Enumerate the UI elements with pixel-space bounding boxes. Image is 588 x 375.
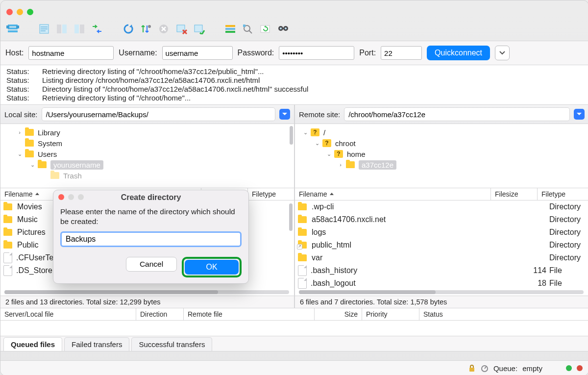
traffic-light-close-icon[interactable] [6,9,13,15]
col-filename[interactable]: Filename [295,188,491,200]
toggle-transfer-queue-icon[interactable] [90,23,104,35]
activity-indicator-1-icon [566,365,572,371]
remote-site-dropdown-icon[interactable] [574,109,585,120]
svg-rect-26 [282,28,284,29]
scrollbar-thumb[interactable] [289,203,293,231]
folder-icon [298,216,307,223]
col-direction[interactable]: Direction [136,308,184,320]
col-priority[interactable]: Priority [362,308,419,320]
folder-icon [25,150,34,157]
remote-tree[interactable]: ⌄?/ ⌄?chroot ⌄?home ›a37cc12e [295,124,588,188]
quickconnect-history-button[interactable] [495,46,510,60]
expand-icon[interactable]: ⌄ [325,151,332,157]
svg-rect-12 [80,25,84,33]
tree-item-label[interactable]: Library [38,128,60,137]
port-input[interactable] [381,46,422,60]
scrollbar-horizontal[interactable] [4,290,289,294]
list-item[interactable]: a58ac14706.nxcli.netDirectory [295,213,588,226]
quickconnect-button[interactable]: Quickconnect [427,46,490,60]
sync-browsing-icon[interactable] [258,23,273,35]
toggle-local-tree-icon[interactable] [54,23,69,35]
dialog-zoom-icon [78,194,84,200]
remote-site-input[interactable] [344,107,570,121]
col-filetype[interactable]: Filetype [538,188,585,200]
search-icon[interactable] [276,23,291,35]
col-size[interactable]: Size [315,308,362,320]
remote-file-list[interactable]: .wp-cliDirectory a58ac14706.nxcli.netDir… [295,200,588,296]
list-item[interactable]: .bash_history114File [295,264,588,277]
directory-compare-icon[interactable] [241,23,255,35]
dialog-prompt: Please enter the name of the directory w… [60,207,242,226]
expand-icon[interactable]: ⌄ [16,151,23,157]
folder-icon [38,161,47,168]
message-log[interactable]: Status:Retrieving directory listing of "… [0,65,588,105]
toggle-log-icon[interactable] [37,23,51,35]
dialog-close-icon[interactable] [58,194,64,200]
col-server-file[interactable]: Server/Local file [0,308,136,320]
tree-item-label[interactable]: yourusername [50,160,103,170]
expand-icon[interactable]: › [337,162,344,168]
scrollbar-horizontal[interactable] [299,290,584,294]
local-tree[interactable]: ›Library System ⌄Users ⌄yourusername Tra… [0,124,294,188]
remote-site-label: Remote site: [299,110,340,119]
expand-icon[interactable]: ⌄ [302,129,309,136]
tree-item-label[interactable]: chroot [335,139,356,148]
cancel-button[interactable]: Cancel [126,257,177,272]
list-item[interactable]: ↗public_htmlDirectory [295,239,588,251]
svg-point-27 [280,27,282,29]
svg-rect-10 [62,25,67,33]
list-item[interactable]: .wp-cliDirectory [295,200,588,213]
toggle-remote-tree-icon[interactable] [72,23,87,35]
log-text: Listing directory /chroot/home/a37cc12e/… [42,76,260,85]
list-item[interactable]: varDirectory [295,251,588,264]
reconnect-icon[interactable] [192,23,206,35]
list-item[interactable]: logsDirectory [295,226,588,239]
create-directory-dialog: Create directory Please enter the name o… [53,190,249,284]
site-manager-icon[interactable] [5,23,20,35]
local-site-input[interactable] [42,107,275,121]
tab-queued-files[interactable]: Queued files [3,337,62,351]
speed-limit-icon[interactable] [481,364,489,372]
ok-button[interactable]: OK [185,260,239,275]
cancel-icon[interactable] [156,23,171,35]
svg-point-13 [148,25,151,28]
tree-item-label[interactable]: a37cc12e [359,160,396,170]
svg-rect-9 [57,25,61,33]
directory-name-input[interactable] [60,231,242,247]
list-item[interactable]: .bash_logout18File [295,277,588,290]
folder-link-icon: ↗ [298,242,307,249]
log-text: Retrieving directory listing of "/chroot… [42,67,264,76]
col-filesize[interactable]: Filesize [491,188,538,200]
port-label: Port: [359,49,376,57]
svg-rect-19 [225,31,235,33]
col-filetype[interactable]: Filetype [248,188,290,200]
log-text: Retrieving directory listing of "/chroot… [42,94,191,102]
traffic-light-minimize-icon[interactable] [17,9,23,15]
password-label: Password: [238,49,274,57]
refresh-icon[interactable] [121,23,136,35]
col-remote-file[interactable]: Remote file [184,308,315,320]
folder-icon [346,161,355,168]
password-input[interactable] [279,46,354,60]
scrollbar-thumb[interactable] [290,126,293,145]
expand-icon[interactable]: ⌄ [314,140,320,147]
tree-item-label[interactable]: Trash [63,172,82,180]
tree-item-label[interactable]: / [323,128,325,137]
ok-highlight-ring: OK [182,257,242,277]
host-input[interactable] [28,46,114,60]
username-input[interactable] [162,46,233,60]
col-status[interactable]: Status [419,308,585,320]
expand-icon[interactable]: › [16,129,23,135]
traffic-light-zoom-icon[interactable] [27,9,33,15]
tree-item-label[interactable]: Users [38,150,57,158]
tree-item-label[interactable]: home [347,150,366,158]
local-site-dropdown-icon[interactable] [279,109,290,120]
file-filter-icon[interactable] [223,23,238,35]
disconnect-icon[interactable] [174,23,189,35]
tab-successful-transfers[interactable]: Successful transfers [131,337,212,351]
tree-item-label[interactable]: System [38,139,62,148]
tab-failed-transfers[interactable]: Failed transfers [64,337,129,351]
expand-icon[interactable]: ⌄ [29,162,36,168]
process-queue-icon[interactable] [139,23,153,35]
file-icon [298,265,307,276]
